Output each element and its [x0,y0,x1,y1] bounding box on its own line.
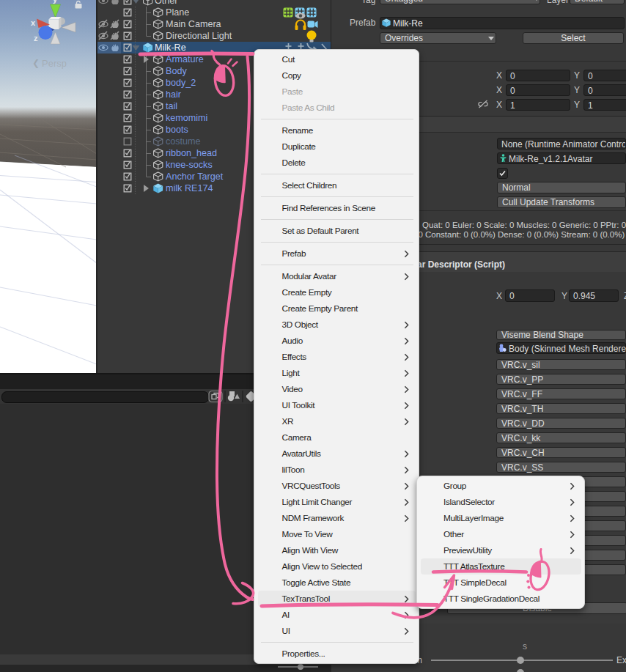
svg-text:z: z [34,34,38,43]
svg-text:y: y [53,0,58,4]
svg-text:x: x [31,18,36,27]
